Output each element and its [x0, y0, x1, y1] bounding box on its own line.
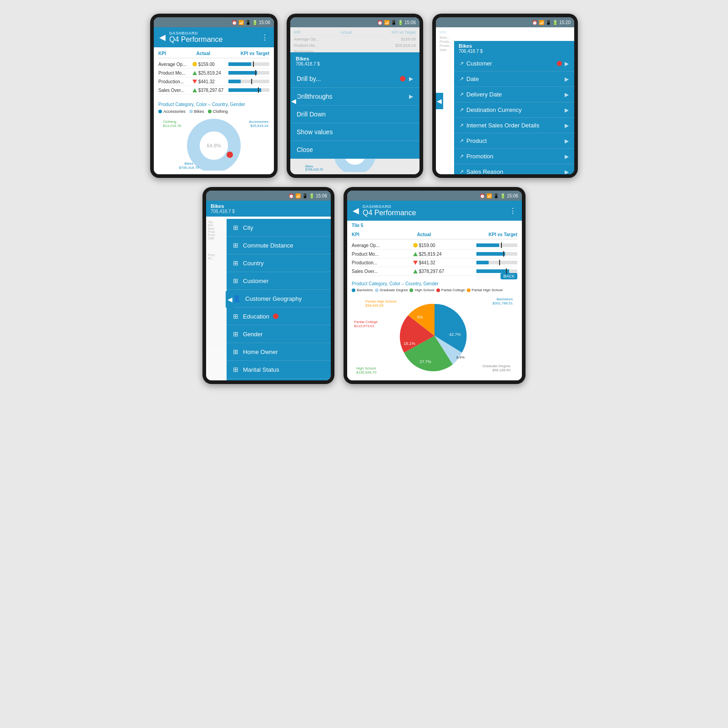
pie-dot-bachelors	[352, 288, 355, 292]
pie-seg-highschool: High School$195,846.70	[356, 366, 377, 374]
red-dot-4	[273, 313, 278, 319]
kpi-name-4: Sales Over...	[158, 88, 192, 93]
kpi-actual-1: $159.00	[192, 62, 229, 67]
drillby-internet-sales[interactable]: ↗ Internet Sales Order Details ▶	[454, 118, 574, 133]
pie-chart-5[interactable]: 42.7% 8.4% 27.7% 16.1% 5% Bachelors$301,…	[352, 295, 517, 377]
grid-icon-gender: ⊞	[233, 330, 238, 338]
drillby-dest-arrow: ▶	[565, 107, 569, 113]
status-icons-2: ⏰ 📶 📱 🔋 15:06	[377, 20, 416, 25]
bottom-row: ⏰ 📶 📱 🔋 15:06 Bikes 706,418.7 $ Tile KPI	[202, 187, 526, 384]
tile-label-5: Tile 5	[347, 221, 522, 230]
screen-4-content: Bikes 706,418.7 $ Tile KPI Aver Prod Pro…	[206, 201, 331, 380]
back-button-1[interactable]: ◀	[159, 32, 166, 42]
actual-col-label-5: Actual	[417, 232, 431, 237]
drill-list-val: 706,418.7 $	[211, 209, 326, 214]
clock-icon-4: ⏰	[288, 193, 294, 198]
kpi-bar-5-3	[476, 260, 517, 265]
legend-item-accessories: Accessories	[158, 109, 186, 114]
drillby-promotion[interactable]: ↗ Promotion ▶	[454, 149, 574, 164]
kpi-actual-5-2: $25,819.24	[413, 252, 450, 257]
menu-item-show-values[interactable]: Show values	[290, 123, 420, 141]
status-bar-3: ⏰ 📶 📱 🔋 15:20	[436, 17, 574, 27]
actual-col-label: Actual	[196, 51, 210, 56]
clock-icon-2: ⏰	[377, 20, 383, 25]
screen-2-content: KPI Actual KPI vs Target Average Op...$1…	[290, 27, 420, 174]
bg-actual-label: Actual	[340, 30, 352, 35]
red-dot-3	[557, 61, 562, 66]
kpi-bar-marker-1	[253, 61, 254, 67]
menu-item-drill-by-label: Drill by...	[297, 75, 400, 82]
kpi-row-3: Production... $441.32	[158, 77, 269, 86]
menu-button-5[interactable]: ⋮	[509, 207, 516, 215]
kpi-bar-fill-4	[228, 88, 261, 92]
status-icons-5: ⏰ 📶 📱 🔋 15:06	[480, 193, 518, 198]
legend-item-clothing: Clothing	[208, 109, 228, 114]
wifi-icon-4: 📶	[295, 193, 301, 198]
drill-item-customer[interactable]: ⊞ Customer	[227, 272, 331, 290]
drill-item-commute[interactable]: ⊞ Commute Distance	[227, 237, 331, 254]
pie-header-row: Product Category, Color – Country, Gende…	[352, 281, 517, 288]
phone-2: ⏰ 📶 📱 🔋 15:06 KPI Actual KPI vs Target	[287, 14, 423, 178]
menu-item-drill-by[interactable]: Drill by... ▶	[290, 70, 420, 88]
menu-item-close-1[interactable]: Close	[290, 141, 420, 159]
drillby-icon-promotion: ↗	[460, 153, 464, 159]
pie-seg-partial-hs: Partial High School$35,645.83	[365, 299, 396, 308]
drill-item-home-owner[interactable]: ⊞ Home Owner	[227, 343, 331, 361]
drillby-product[interactable]: ↗ Product ▶	[454, 133, 574, 149]
popup-val-2: 706,418.7 $	[296, 61, 414, 66]
drill-item-gender[interactable]: ⊞ Gender	[227, 325, 331, 343]
kpi-val-5-4: $378,297.67	[419, 269, 445, 274]
drillby-date[interactable]: ↗ Date ▶	[454, 71, 574, 87]
drillby-customer-arrow: ▶	[565, 61, 569, 67]
svg-text:42.7%: 42.7%	[449, 332, 461, 337]
grid-icon-country: ⊞	[233, 259, 238, 267]
drillby-dest-currency[interactable]: ↗ Destination Currency ▶	[454, 102, 574, 118]
drill-list-items: ⊞ City ⊞ Commute Distance ⊞ Country	[227, 219, 331, 380]
side-nav-btn-4[interactable]: ◀	[226, 291, 234, 308]
grid-icon-city: ⊞	[233, 224, 238, 231]
side-nav-btn-3[interactable]: ◀	[436, 93, 443, 109]
drill-item-customer-geo-label: Customer Geography	[245, 295, 302, 302]
kpi-row-5-4: Sales Over... $378,297.67	[352, 267, 517, 276]
kpi-val-5-1: $159.00	[419, 243, 435, 248]
side-nav-btn-2[interactable]: ◀	[290, 93, 298, 109]
drillby-icon-product: ↗	[460, 138, 464, 144]
menu-item-drillthroughs[interactable]: Drillthroughs ▶	[290, 88, 420, 106]
kpi-name-5-3: Production...	[352, 260, 386, 265]
wifi-icon: 📶	[238, 20, 244, 25]
bikes-bottom-label-1: Bikes$706,418.70	[179, 162, 199, 170]
drill-item-city-label: City	[243, 224, 253, 231]
drillby-icon-internet: ↗	[460, 122, 464, 128]
legend-label-clothing: Clothing	[213, 109, 228, 114]
drillby-delivery-date[interactable]: ↗ Delivery Date ▶	[454, 87, 574, 102]
popup-header-2: Bikes 706,418.7 $	[290, 52, 420, 70]
kvt-col-label: KPI vs Target	[241, 51, 269, 56]
signal-icon: 📱	[245, 20, 251, 25]
dashboard-label-5: DASHBOARD	[363, 204, 509, 209]
drill-item-marital-label: Marital Status	[243, 366, 279, 373]
back-btn-5[interactable]: BACK	[500, 273, 517, 279]
back-button-5[interactable]: ◀	[353, 206, 359, 216]
pie-seg-graduate: Graduate Degree$59,166.65	[482, 364, 511, 372]
drill-item-country[interactable]: ⊞ Country	[227, 254, 331, 272]
drill-item-customer-label: Customer	[243, 278, 268, 284]
drillby-customer[interactable]: ↗ Customer ▶	[454, 56, 574, 71]
drillby-date-arrow: ▶	[565, 76, 569, 82]
drill-item-education[interactable]: ⊞ Education	[227, 308, 331, 325]
donut-chart-1[interactable]: 64.8% Bikes$706,418.70 Clothing$13,218.7…	[158, 116, 269, 171]
menu-item-drill-down[interactable]: Drill Down	[290, 106, 420, 123]
drill-item-commute-label: Commute Distance	[243, 242, 293, 249]
status-bar-4: ⏰ 📶 📱 🔋 15:06	[206, 191, 331, 201]
kpi-bar-fill-5-1	[476, 243, 499, 247]
drillby-sales-reason[interactable]: ↗ Sales Reason ▶	[454, 164, 574, 174]
status-bar-2: ⏰ 📶 📱 🔋 15:06	[290, 17, 420, 27]
drill-item-customer-geo[interactable]: 👤 Customer Geography	[227, 290, 331, 308]
menu-item-close-1-label: Close	[297, 146, 413, 153]
drill-item-cars[interactable]: ⊞ Number of Cars Owned	[227, 379, 331, 380]
drill-item-city[interactable]: ⊞ City	[227, 219, 331, 237]
drillby-customer-label: Customer	[466, 60, 557, 67]
kpi-bar-fill-2	[228, 71, 257, 75]
menu-button-1[interactable]: ⋮	[261, 33, 268, 42]
kpi-bar-marker-5-3	[499, 260, 500, 265]
drill-item-marital[interactable]: ⊞ Marital Status	[227, 361, 331, 379]
